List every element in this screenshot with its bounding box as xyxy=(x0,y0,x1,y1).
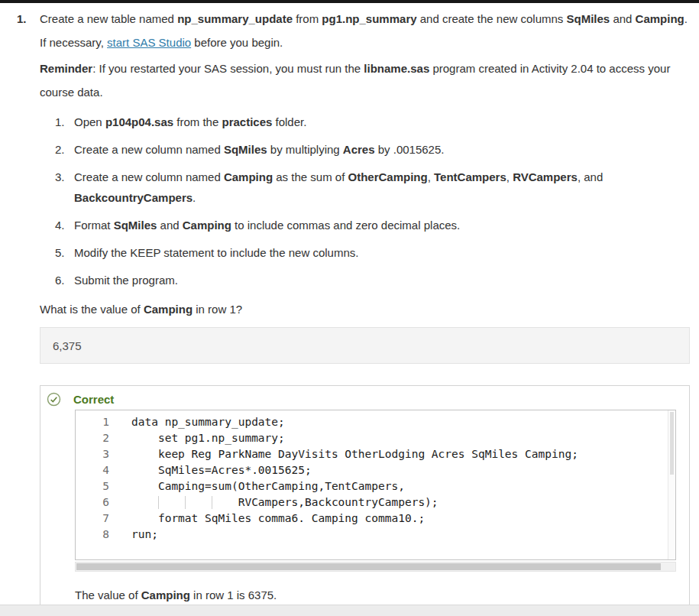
step-item: 6. Submit the program. xyxy=(55,270,690,290)
question-number: 1. xyxy=(17,7,40,616)
text-segment: What is the value of xyxy=(40,303,144,316)
text-segment: in row 1 is 6375. xyxy=(190,588,277,601)
line-number: 8 xyxy=(76,527,109,543)
text-segment: Create a new column named xyxy=(74,143,224,156)
text-segment: before you begin. xyxy=(191,36,283,49)
result-text: The value of Camping in row 1 is 6375. xyxy=(75,585,676,605)
text-segment: , and xyxy=(578,170,603,183)
text-segment: Create a new table named xyxy=(40,12,177,25)
code-area: 1 data np_summary_update; 2 set pg1.np_s… xyxy=(76,410,675,559)
question-intro: Create a new table named np_summary_upda… xyxy=(40,7,690,54)
text-segment: p104p04.sas xyxy=(105,115,173,128)
horizontal-scrollbar-thumb[interactable] xyxy=(76,563,661,570)
step-marker: 4. xyxy=(55,215,74,235)
text-segment: and xyxy=(157,219,182,232)
text-segment: in row 1? xyxy=(193,303,242,316)
code-text: SqMiles=Acres*.0015625; xyxy=(109,462,312,478)
text-segment: Camping xyxy=(141,588,190,601)
code-line: 4 SqMiles=Acres*.0015625; xyxy=(76,462,666,478)
step-text: Modify the KEEP statement to include the… xyxy=(74,242,690,263)
text-segment: , xyxy=(506,170,513,183)
text-segment: and xyxy=(610,12,635,25)
text-segment: libname.sas xyxy=(364,62,429,75)
code-text: set pg1.np_summary; xyxy=(109,430,285,446)
text-segment: BackcountryCampers xyxy=(74,191,193,204)
text-segment: Camping xyxy=(224,170,273,183)
line-number: 3 xyxy=(76,446,109,462)
text-segment: Reminder xyxy=(40,62,92,75)
line-number: 7 xyxy=(76,511,109,527)
step-marker: 5. xyxy=(55,242,74,263)
text-segment: Format xyxy=(74,219,114,232)
step-text: Create a new column named SqMiles by mul… xyxy=(74,139,690,160)
text-segment: SqMiles xyxy=(224,143,267,156)
step-text: Open p104p04.sas from the practices fold… xyxy=(74,112,690,132)
text-segment: Open xyxy=(74,115,105,128)
line-number: 2 xyxy=(76,430,109,446)
text-segment: Modify the KEEP statement to include the… xyxy=(74,246,358,259)
text-segment: practices xyxy=(222,115,272,128)
text-segment: folder. xyxy=(272,115,306,128)
text-segment: RVCampers xyxy=(513,170,578,183)
code-text: run; xyxy=(109,527,158,543)
step-marker: 6. xyxy=(55,270,74,290)
text-segment: SqMiles xyxy=(567,12,610,25)
step-text: Submit the program. xyxy=(74,270,690,290)
text-segment: The value of xyxy=(75,588,141,601)
correct-label: Correct xyxy=(73,393,114,406)
text-segment: OtherCamping xyxy=(348,170,428,183)
code-line: 6 RVCampers,BackcountryCampers); xyxy=(76,494,666,511)
text-segment: , xyxy=(428,170,434,183)
feedback-panel: Correct 1 data np_summary_update; 2 set … xyxy=(40,385,690,616)
activity-page: 1. Create a new table named np_summary_u… xyxy=(0,0,699,616)
text-segment: as the sum of xyxy=(273,170,348,183)
code-text: format SqMiles comma6. Camping comma10.; xyxy=(109,511,425,527)
bottom-band xyxy=(0,605,699,616)
text-segment: and create the new columns xyxy=(417,12,567,25)
text-segment: from xyxy=(293,12,322,25)
text-segment: SqMiles xyxy=(114,219,157,232)
text-segment: Create a new column named xyxy=(74,170,224,183)
step-item: 1. Open p104p04.sas from the practices f… xyxy=(55,112,690,132)
top-border xyxy=(0,0,699,3)
feedback-header: Correct xyxy=(47,391,676,407)
code-text: data np_summary_update; xyxy=(109,414,285,430)
line-number: 4 xyxy=(76,462,109,478)
line-number: 6 xyxy=(76,494,109,511)
text-segment: Camping xyxy=(183,219,231,232)
text-segment: : If you restarted your SAS session, you… xyxy=(92,62,364,75)
question-prompt: What is the value of Camping in row 1? xyxy=(40,299,690,319)
answer-input[interactable] xyxy=(40,327,690,364)
step-item: 2. Create a new column named SqMiles by … xyxy=(55,139,690,160)
step-item: 3. Create a new column named Camping as … xyxy=(55,167,690,208)
vertical-scrollbar-thumb[interactable] xyxy=(670,412,674,475)
text-segment: by multiplying xyxy=(267,143,343,156)
line-number: 1 xyxy=(76,414,109,430)
start-sas-studio-link[interactable]: start SAS Studio xyxy=(107,36,191,49)
step-item: 4. Format SqMiles and Camping to include… xyxy=(55,215,690,235)
code-line: 2 set pg1.np_summary; xyxy=(76,430,666,446)
horizontal-scrollbar[interactable] xyxy=(75,562,676,572)
code-line: 5 Camping=sum(OtherCamping,TentCampers, xyxy=(76,478,666,494)
line-number: 5 xyxy=(76,478,109,494)
text-segment: Camping xyxy=(636,12,684,25)
step-text: Create a new column named Camping as the… xyxy=(74,167,690,208)
step-text: Format SqMiles and Camping to include co… xyxy=(74,215,690,235)
code-line: 1 data np_summary_update; xyxy=(76,414,666,430)
step-marker: 2. xyxy=(55,139,74,160)
text-segment: Acres xyxy=(343,143,375,156)
text-segment: Submit the program. xyxy=(74,274,178,287)
code-line: 7 format SqMiles comma6. Camping comma10… xyxy=(76,511,666,527)
text-segment: by .0015625. xyxy=(375,143,445,156)
vertical-scrollbar[interactable] xyxy=(668,410,675,559)
text-segment: TentCampers xyxy=(434,170,506,183)
text-segment: np_summary_update xyxy=(177,12,293,25)
code-line: 3 keep Reg ParkName DayVisits OtherLodgi… xyxy=(76,446,666,462)
code-text: keep Reg ParkName DayVisits OtherLodging… xyxy=(109,446,578,462)
code-editor: 1 data np_summary_update; 2 set pg1.np_s… xyxy=(75,410,676,560)
check-circle-icon xyxy=(47,392,61,407)
text-segment: Camping xyxy=(144,303,193,316)
text-segment: . xyxy=(193,191,196,204)
steps-list: 1. Open p104p04.sas from the practices f… xyxy=(55,112,690,290)
text-segment: from the xyxy=(173,115,222,128)
